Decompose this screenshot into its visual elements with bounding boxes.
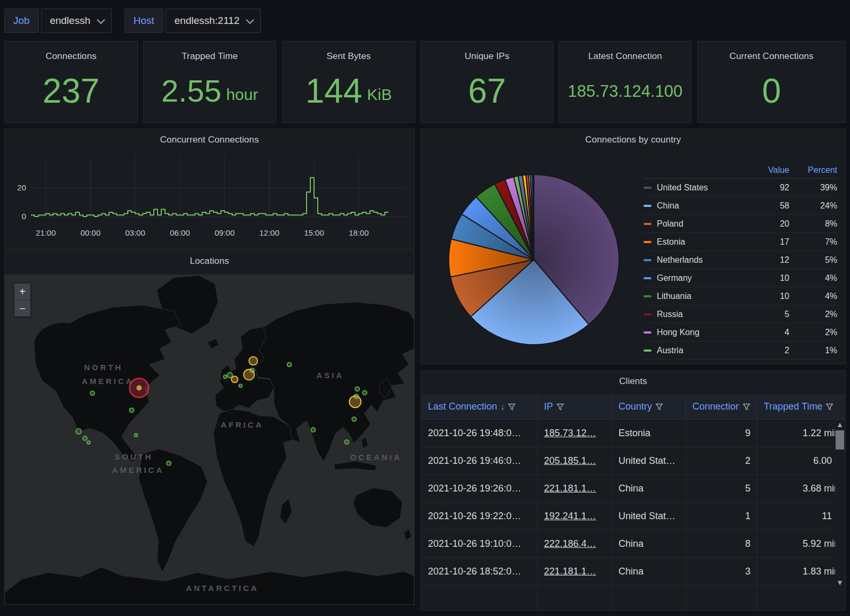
filter-funnel-icon[interactable] [655, 403, 663, 411]
job-select[interactable]: endlessh [41, 9, 112, 33]
map-marker-green[interactable] [76, 429, 81, 434]
legend-value: 5 [756, 310, 789, 319]
map-marker-green[interactable] [224, 375, 227, 378]
stat-panel-latest-connection: Latest Connection 185.73.124.100 [559, 41, 691, 123]
legend-header: Value Percent [643, 162, 837, 179]
cell-country: China [612, 558, 686, 586]
scroll-up-icon[interactable]: ▲ [836, 420, 844, 429]
host-label: Host [125, 9, 163, 33]
map-marker-green[interactable] [87, 441, 90, 444]
series-color-swatch [643, 259, 651, 261]
ip-link[interactable]: 185.73.12… [544, 428, 596, 439]
world-map[interactable]: + − [5, 274, 414, 604]
legend-row-germany: Germany 10 4% [643, 269, 837, 287]
series-color-swatch [643, 277, 651, 279]
map-marker-green[interactable] [227, 372, 233, 378]
stat-panel-trapped-time: Trapped Time 2.55hour [143, 41, 276, 123]
legend-series-label[interactable]: Estonia [643, 237, 756, 247]
job-value: endlessh [50, 15, 90, 27]
legend-value: 4 [756, 328, 789, 337]
map-marker-green[interactable] [129, 408, 134, 412]
column-header-trapped-time[interactable]: Trapped Time [757, 394, 845, 420]
legend-header-percent[interactable]: Percent [789, 165, 837, 175]
legend-series-label[interactable]: Netherlands [643, 255, 756, 265]
country-pie-chart [421, 153, 647, 365]
legend-series-label[interactable]: Lithuania [643, 292, 756, 301]
legend-series-label[interactable]: Poland [643, 219, 756, 229]
map-marker-yellow[interactable] [249, 356, 258, 365]
filter-funnel-icon[interactable] [508, 403, 516, 411]
clients-table-body: 2021-10-26 19:48:0… 185.73.12… Estonia 9… [422, 420, 845, 610]
legend-series-label[interactable]: Hong Kong [643, 328, 756, 337]
map-marker-yellow[interactable] [244, 369, 254, 380]
column-header-connections[interactable]: Connections [686, 394, 757, 420]
cell-trapped-time: 5.92 min [757, 530, 845, 558]
map-marker-center-dot [137, 386, 141, 390]
filter-funnel-icon[interactable] [742, 403, 750, 411]
legend-percent: 8% [789, 219, 837, 229]
cell-ip: 221.181.1… [538, 475, 612, 503]
map-marker-green[interactable] [352, 417, 356, 421]
column-header-ip[interactable]: IP [538, 394, 612, 420]
map-marker-green[interactable] [83, 436, 87, 440]
filter-funnel-icon[interactable] [556, 403, 564, 411]
host-select[interactable]: endlessh:2112 [166, 9, 261, 33]
legend-percent: 39% [789, 183, 837, 193]
cell-last-connection: 2021-10-26 19:10:0… [422, 530, 538, 558]
map-marker-green[interactable] [287, 362, 292, 367]
map-marker-green[interactable] [239, 384, 242, 387]
cell-country: China [612, 475, 686, 503]
panel-title: Clients [421, 371, 845, 392]
ip-link[interactable]: 221.181.1… [544, 566, 596, 577]
ip-link[interactable]: 192.241.1… [544, 511, 596, 522]
chevron-down-icon [97, 15, 105, 24]
legend-row-netherlands: Netherlands 12 5% [643, 251, 837, 269]
map-marker-green[interactable] [167, 461, 171, 465]
legend-percent: 7% [789, 237, 837, 247]
map-marker-green[interactable] [355, 387, 359, 391]
legend-value: 20 [756, 219, 789, 229]
map-marker-green[interactable] [134, 434, 137, 437]
legend-series-label[interactable]: China [643, 201, 756, 211]
ip-link[interactable]: 222.186.4… [544, 538, 596, 550]
x-axis-tick: 03:00 [125, 228, 145, 237]
x-axis-tick: 21:00 [36, 228, 56, 237]
zoom-out-button[interactable]: − [14, 300, 30, 317]
map-canvas[interactable]: NORTHAMERICASOUTHAMERICAAFRICAASIAOCEANI… [5, 274, 414, 605]
legend-percent: 4% [789, 292, 837, 301]
stat-title: Current Connections [698, 46, 845, 67]
legend-value: 10 [756, 292, 789, 301]
cell-connections: 9 [686, 420, 757, 447]
legend-row-russia: Russia 5 2% [643, 305, 837, 323]
map-marker-green[interactable] [311, 428, 316, 432]
map-marker-green[interactable] [344, 440, 349, 444]
legend-percent: 2% [789, 328, 837, 337]
column-header-country[interactable]: Country [612, 394, 686, 420]
ip-link[interactable]: 221.181.1… [544, 483, 596, 494]
legend-series-label[interactable]: Germany [643, 273, 756, 283]
sort-desc-icon: ↓ [500, 402, 505, 412]
stat-value: 144KiB [283, 67, 415, 122]
map-marker-green[interactable] [90, 391, 95, 395]
filter-funnel-icon[interactable] [826, 403, 834, 411]
map-region-label-oceania: OCEANIA [350, 453, 402, 462]
cell-connections: 8 [686, 530, 757, 558]
series-color-swatch [643, 313, 651, 315]
column-header-last-connection[interactable]: Last Connection↓ [422, 394, 538, 420]
zoom-in-button[interactable]: + [14, 284, 30, 300]
map-marker-green[interactable] [362, 390, 367, 395]
legend-header-value[interactable]: Value [756, 165, 789, 175]
scrollbar-thumb[interactable] [836, 430, 844, 449]
map-marker-yellow[interactable] [349, 396, 361, 407]
concurrent-connections-chart[interactable]: 02021:0000:0003:0006:0009:0012:0015:0018… [5, 152, 414, 249]
map-marker-yellow[interactable] [232, 376, 238, 382]
variable-bar: Job endlessh Host endlessh:2112 [4, 9, 261, 33]
legend-series-label[interactable]: United States [643, 183, 756, 193]
legend-series-label[interactable]: Austria [643, 346, 756, 355]
legend-series-label[interactable]: Russia [643, 310, 756, 319]
ip-link[interactable]: 205.185.1… [544, 455, 596, 467]
concurrent-connections-series [31, 178, 389, 217]
concurrent-connections-panel: Concurrent Connections 02021:0000:0003:0… [4, 129, 415, 249]
scroll-down-icon[interactable]: ▼ [836, 578, 844, 587]
table-row: 2021-10-26 19:48:0… 185.73.12… Estonia 9… [422, 420, 845, 447]
